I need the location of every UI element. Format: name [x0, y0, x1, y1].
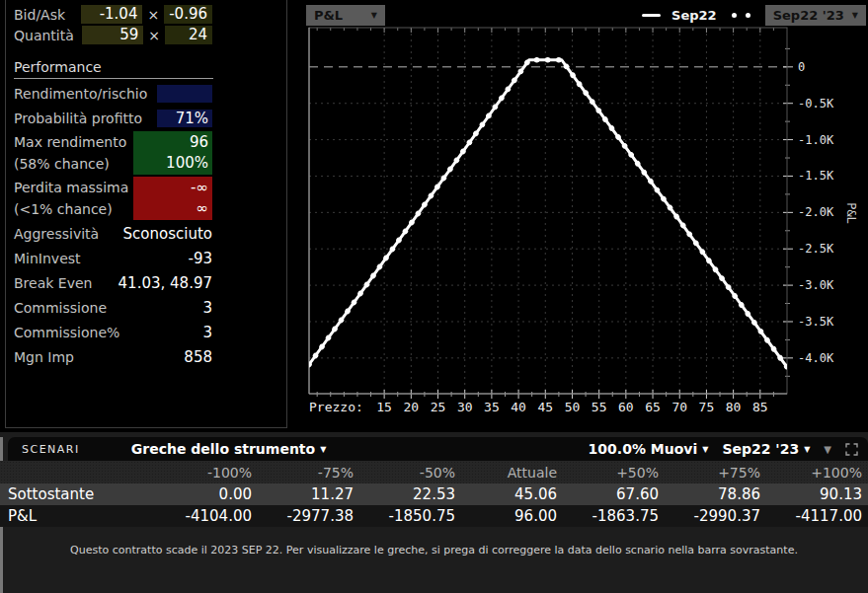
max-return-label: Max rendimento: [14, 131, 126, 153]
chart-toolbar: P&L ▼ Sep22 Sep22 '23 ▼: [306, 4, 866, 26]
y-axis-title: P&L: [844, 202, 858, 224]
table-cell: -4104.00: [150, 507, 252, 525]
max-return-row: Max rendimento (58% chance) 96 100%: [14, 130, 286, 176]
table-row[interactable]: Sottostante0.0011.2722.5345.0667.6078.86…: [0, 483, 868, 505]
table-cell: 96.00: [455, 507, 557, 525]
pnl-chart[interactable]: 0-0.5K-1.0K-1.5K-2.0K-2.5K-3.0K-3.5K-4.0…: [296, 0, 868, 424]
table-cell: 22.53: [354, 485, 455, 503]
margin-impact-label: Mgn Imp: [14, 349, 74, 365]
scenari-title: SCENARI: [22, 443, 80, 456]
table-cell: 11.27: [252, 485, 354, 503]
x-tick-label: 55: [592, 400, 607, 414]
greeks-dropdown[interactable]: Greche dello strumento ▼: [131, 441, 327, 457]
reward-risk-value: [157, 85, 212, 103]
x-tick-label: 65: [645, 400, 661, 414]
y-tick-label: -3.0K: [798, 278, 834, 292]
chevron-down-icon: ▼: [702, 445, 708, 454]
commission-row: Commissione 3: [14, 295, 286, 320]
bid-value[interactable]: -1.04: [81, 5, 142, 24]
move-percent-value: 100.0% Muovi: [589, 441, 698, 457]
column-header: -100%: [150, 465, 252, 481]
x-tick-label: 60: [618, 400, 634, 414]
row-label: P&L: [0, 507, 150, 525]
y-tick-label: 0: [798, 60, 805, 74]
commission-pct-value: 3: [202, 324, 212, 341]
chart-date-dropdown-value: Sep22 '23: [773, 8, 844, 23]
bid-size-value: 59: [82, 26, 143, 44]
x-axis-title: Prezzo:: [309, 400, 363, 414]
chevron-down-icon: ▼: [371, 11, 377, 20]
x-tick-label: 20: [403, 400, 419, 414]
performance-panel: Bid/Ask -1.04 × -0.96 Quantità 59 × 24 P…: [5, 0, 287, 428]
scenario-table: -100%-75%-50%Attuale+50%+75%+100%Sottost…: [0, 461, 868, 527]
column-header: -75%: [252, 465, 354, 481]
chart-date-dropdown[interactable]: Sep22 '23 ▼: [765, 5, 866, 26]
commission-label: Commissione: [14, 300, 107, 316]
chevron-down-icon: ▼: [852, 11, 858, 20]
profit-probability-label: Probabilità profitto: [14, 111, 142, 126]
table-cell: 45.06: [455, 485, 557, 503]
x-tick-label: 35: [484, 400, 500, 414]
expiry-notice: Questo contratto scade il 2023 SEP 22. P…: [0, 544, 868, 556]
table-row[interactable]: P&L-4104.00-2977.38-1850.7596.00-1863.75…: [0, 505, 868, 527]
margin-impact-value: 858: [184, 348, 212, 366]
row-label: Sottostante: [0, 485, 150, 503]
commission-pct-row: Commissione% 3: [14, 320, 286, 344]
max-loss-chance: (<1% chance): [14, 198, 128, 220]
x-tick-label: 30: [457, 400, 473, 414]
legend-dots-swatch: [732, 13, 750, 18]
top-section: Bid/Ask -1.04 × -0.96 Quantità 59 × 24 P…: [0, 0, 868, 432]
expand-icon[interactable]: [845, 443, 858, 456]
y-tick-label: -2.5K: [798, 242, 834, 256]
bid-ask-row: Bid/Ask -1.04 × -0.96: [14, 4, 286, 25]
max-loss-label: Perdita massima: [14, 177, 128, 198]
y-tick-label: -3.5K: [798, 315, 834, 329]
reward-risk-label: Rendimento/rischio: [14, 86, 147, 102]
performance-section-header: Performance: [14, 56, 213, 79]
table-cell: -1850.75: [354, 507, 455, 525]
greeks-dropdown-value: Greche dello strumento: [131, 441, 315, 457]
aggressiveness-value: Sconosciuto: [123, 225, 212, 243]
ask-size-value: 24: [165, 26, 212, 44]
ask-value[interactable]: -0.96: [164, 5, 212, 24]
quantity-label: Quantità: [14, 28, 74, 43]
column-header: -50%: [354, 465, 455, 481]
profit-probability-row: Probabilità profitto 71%: [14, 106, 286, 130]
scenario-date-dropdown[interactable]: Sep22 '23 ▼: [722, 441, 810, 457]
bid-ask-label: Bid/Ask: [14, 7, 65, 23]
break-even-label: Break Even: [14, 275, 92, 291]
legend-label-sep22: Sep22: [671, 8, 717, 23]
x-tick-label: 70: [671, 400, 687, 414]
options-strategy-app: Bid/Ask -1.04 × -0.96 Quantità 59 × 24 P…: [0, 0, 868, 593]
table-cell: 78.86: [659, 485, 760, 503]
max-loss-value-box: -∞ ∞: [133, 177, 212, 220]
max-loss-row: Perdita massima (<1% chance) -∞ ∞: [14, 176, 286, 221]
x-tick-label: 25: [431, 400, 446, 414]
y-tick-label: -0.5K: [798, 97, 834, 111]
mininvest-row: MinInvest -93: [14, 246, 286, 270]
series-Sep22: [309, 60, 787, 367]
commission-value: 3: [202, 299, 212, 317]
plot-type-dropdown-value: P&L: [314, 8, 343, 23]
table-cell: 67.60: [557, 485, 659, 503]
plot-axis-lines: [309, 28, 787, 394]
x-tick-label: 15: [376, 400, 392, 414]
x-tick-label: 85: [752, 400, 768, 414]
table-cell: -2990.37: [659, 507, 760, 525]
move-percent-dropdown[interactable]: 100.0% Muovi ▼: [589, 441, 709, 457]
panel-collapse-chevron-icon[interactable]: ▼: [824, 444, 831, 455]
mininvest-label: MinInvest: [14, 251, 81, 266]
pnl-chart-panel: P&L ▼ Sep22 Sep22 '23 ▼ 0-0.5K-1.0K-1.5K…: [296, 0, 868, 432]
legend-line-swatch: [642, 14, 661, 17]
max-loss-value: -∞: [137, 178, 208, 198]
max-return-value: 96: [137, 132, 208, 153]
bid-ask-separator: ×: [147, 7, 159, 23]
plot-border: [309, 28, 787, 394]
column-header: +75%: [659, 465, 760, 481]
table-cell: 0.00: [150, 485, 252, 503]
max-return-percent: 100%: [137, 153, 208, 174]
x-tick-label: 50: [565, 400, 581, 414]
plot-type-dropdown[interactable]: P&L ▼: [306, 5, 385, 26]
y-tick-label: -2.0K: [798, 205, 834, 219]
table-cell: -4117.00: [760, 507, 862, 525]
